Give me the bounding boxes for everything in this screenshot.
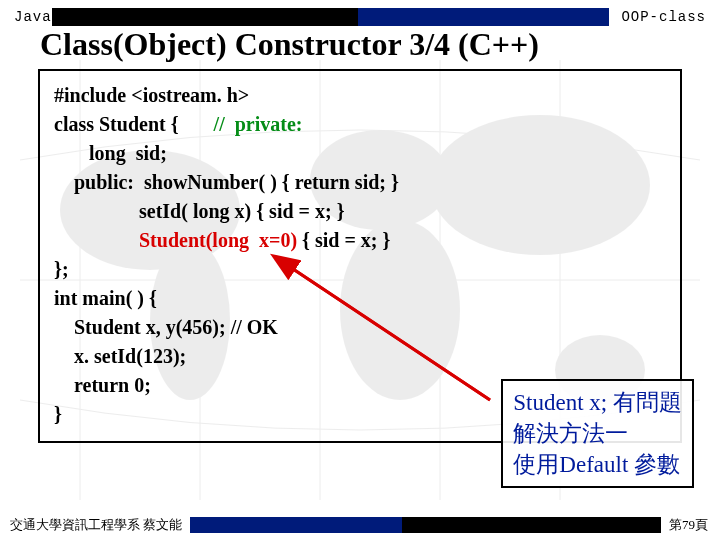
code-line: public: showNumber( ) { return sid; } <box>54 168 666 197</box>
annotation-line: 使用Default 參數 <box>513 449 682 480</box>
annotation-line: 解決方法一 <box>513 418 682 449</box>
footer-bar: 交通大學資訊工程學系 蔡文能 第79頁 <box>0 516 720 534</box>
code-line: Student(long x=0) { sid = x; } <box>54 226 666 255</box>
code-line: int main( ) { <box>54 284 666 313</box>
code-line: Student x, y(456); // OK <box>54 313 666 342</box>
code-line: }; <box>54 255 666 284</box>
code-line: class Student { // private: <box>54 110 666 139</box>
annotation-line: Student x; 有問題 <box>513 387 682 418</box>
slide-title: Class(Object) Constructor 3/4 (C++) <box>0 26 720 69</box>
annotation-box: Student x; 有問題 解決方法一 使用Default 參數 <box>501 379 694 488</box>
header-bar: Java OOP-class <box>0 0 720 26</box>
header-left: Java <box>14 9 52 25</box>
header-rule <box>52 8 610 26</box>
footer-left: 交通大學資訊工程學系 蔡文能 <box>0 516 182 534</box>
header-right: OOP-class <box>609 9 706 25</box>
code-line: #include <iostream. h> <box>54 81 666 110</box>
footer-right: 第79頁 <box>669 516 720 534</box>
code-line: x. setId(123); <box>54 342 666 371</box>
footer-rule <box>190 517 661 533</box>
code-line: long sid; <box>54 139 666 168</box>
code-line: setId( long x) { sid = x; } <box>54 197 666 226</box>
